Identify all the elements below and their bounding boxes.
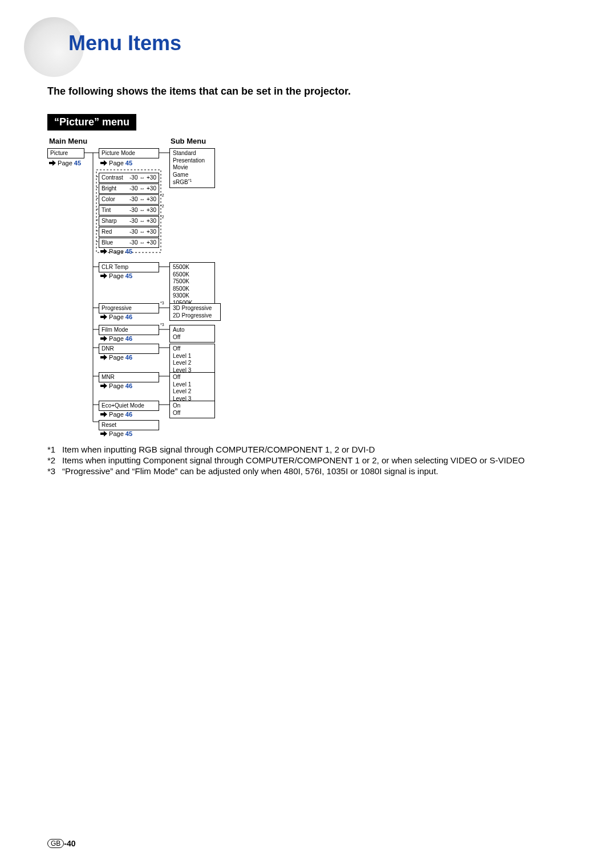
item-blue: Blue-30 ↔ +30 bbox=[99, 238, 159, 248]
pageref-eco-quiet[interactable]: Page 46 bbox=[100, 411, 132, 418]
pageref-main-picture[interactable]: Page 45 bbox=[49, 160, 81, 166]
sub-clr-temp: 5500K 6500K 7500K 8500K 9300K 10500K bbox=[169, 262, 215, 308]
sub-picture-mode: Standard Presentation Movie Game sRGB*1 bbox=[169, 148, 215, 188]
footnote-2: *2 Items when inputting Component signal… bbox=[47, 455, 570, 466]
item-film-mode: Film Mode bbox=[99, 325, 159, 335]
arrow-right-icon bbox=[100, 273, 107, 279]
pageref-sliders[interactable]: Page 45 bbox=[100, 248, 132, 255]
document-page: Menu Items The following shows the items… bbox=[0, 0, 616, 868]
arrow-right-icon bbox=[100, 336, 107, 341]
main-menu-picture: Picture bbox=[47, 148, 84, 158]
arrow-right-icon bbox=[49, 160, 56, 166]
sub-dnr: Off Level 1 Level 2 Level 3 bbox=[169, 344, 215, 376]
main-menu-picture-label: Picture bbox=[50, 150, 68, 156]
item-sharp: Sharp-30 ↔ +30 bbox=[99, 216, 159, 226]
item-eco-quiet: Eco+Quiet Mode bbox=[99, 401, 159, 411]
column-sub-heading: Sub Menu bbox=[171, 137, 206, 145]
arrow-right-icon bbox=[100, 411, 107, 417]
item-contrast: Contrast-30 ↔ +30 bbox=[99, 173, 159, 183]
item-clr-temp: CLR Temp bbox=[99, 262, 159, 272]
sub-film-mode: Auto Off bbox=[169, 325, 215, 343]
item-red: Red-30 ↔ +30 bbox=[99, 227, 159, 237]
intro-text: The following shows the items that can b… bbox=[47, 85, 351, 97]
pageref-clr-temp[interactable]: Page 45 bbox=[100, 272, 132, 279]
footnote-mark-tint: *2 bbox=[160, 204, 164, 208]
footnote-mark-progressive: *3 bbox=[160, 301, 164, 305]
item-bright: Bright-30 ↔ +30 bbox=[99, 184, 159, 194]
footnote-mark-color: *2 bbox=[160, 193, 164, 197]
pageref-dnr[interactable]: Page 46 bbox=[100, 354, 132, 361]
item-tint: Tint-30 ↔ +30 bbox=[99, 205, 159, 215]
page-number-prefix: GB bbox=[47, 839, 64, 848]
pageref-progressive[interactable]: Page 46 bbox=[100, 313, 132, 320]
footnote-1: *1 Item when inputting RGB signal throug… bbox=[47, 445, 570, 455]
arrow-right-icon bbox=[100, 354, 107, 360]
section-heading: “Picture” menu bbox=[47, 114, 136, 131]
arrow-right-icon bbox=[100, 314, 107, 320]
pageref-reset[interactable]: Page 45 bbox=[100, 430, 132, 437]
footnote-mark-film-mode: *3 bbox=[160, 323, 164, 327]
item-progressive: Progressive bbox=[99, 303, 159, 313]
pageref-film-mode[interactable]: Page 46 bbox=[100, 335, 132, 342]
arrow-right-icon bbox=[100, 248, 107, 254]
footnote-mark-sharp: *2 bbox=[160, 215, 164, 219]
item-mnr: MNR bbox=[99, 372, 159, 382]
footnotes: *1 Item when inputting RGB signal throug… bbox=[47, 445, 570, 476]
item-dnr: DNR bbox=[99, 344, 159, 354]
page-title: Menu Items bbox=[68, 31, 181, 55]
sub-eco: On Off bbox=[169, 401, 215, 418]
pageref-picture-mode[interactable]: Page 45 bbox=[100, 160, 132, 166]
pageref-mnr[interactable]: Page 46 bbox=[100, 382, 132, 389]
item-picture-mode: Picture Mode bbox=[99, 148, 159, 158]
item-picture-mode-label: Picture Mode bbox=[102, 150, 135, 156]
arrow-right-icon bbox=[100, 383, 107, 389]
arrow-right-icon bbox=[100, 431, 107, 437]
item-reset: Reset bbox=[99, 420, 159, 430]
item-color: Color-30 ↔ +30 bbox=[99, 194, 159, 205]
footnote-3: *3 “Progressive” and “Flim Mode” can be … bbox=[47, 466, 570, 477]
arrow-right-icon bbox=[100, 160, 107, 166]
sub-progressive: 3D Progressive 2D Progressive bbox=[169, 303, 221, 321]
page-number: GB-40 bbox=[47, 839, 76, 848]
sub-mnr: Off Level 1 Level 2 Level 3 bbox=[169, 372, 215, 404]
column-main-heading: Main Menu bbox=[49, 137, 87, 145]
page-number-value: -40 bbox=[64, 839, 75, 848]
